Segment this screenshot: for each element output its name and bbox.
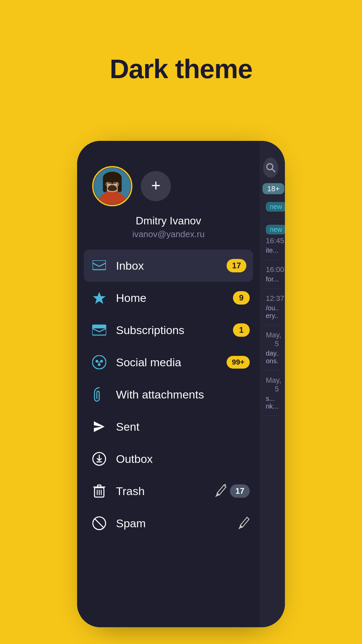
peek-content: 18+ new new 16:45 ite... 16:00 for... 12… bbox=[260, 184, 285, 416]
spam-sweep-icon bbox=[238, 516, 250, 531]
peek-item-1: new bbox=[262, 197, 282, 219]
inbox-label: Inbox bbox=[116, 259, 227, 272]
svg-line-27 bbox=[95, 519, 104, 528]
svg-rect-14 bbox=[92, 325, 106, 328]
phone-mockup: + Dmitry Ivanov ivanov@yandex.ru bbox=[77, 141, 285, 627]
peek-item-2: new 16:45 ite... bbox=[262, 219, 282, 260]
home-label: Home bbox=[116, 291, 233, 305]
new-badge-2: new bbox=[266, 225, 285, 234]
svg-line-29 bbox=[272, 169, 275, 172]
svg-point-17 bbox=[100, 360, 103, 363]
peek-text-6b: nk... bbox=[266, 402, 279, 410]
sidebar-item-outbox[interactable]: Outbox bbox=[77, 443, 260, 475]
peek-time-4: 12:37 bbox=[266, 294, 279, 303]
attachment-icon bbox=[90, 386, 108, 403]
svg-point-16 bbox=[96, 360, 98, 363]
subscriptions-badge: 1 bbox=[233, 323, 250, 337]
sidebar-item-inbox[interactable]: Inbox 17 bbox=[84, 250, 253, 282]
peek-time-5: May, 5 bbox=[266, 331, 279, 348]
nav-list: Inbox 17 Home 9 bbox=[77, 246, 260, 627]
sidebar-item-home[interactable]: Home 9 bbox=[77, 282, 260, 314]
sidebar-item-spam[interactable]: Spam bbox=[77, 507, 260, 539]
peek-time-2: 16:45 bbox=[266, 236, 279, 245]
avatar-wrapper[interactable] bbox=[94, 168, 131, 205]
svg-point-18 bbox=[98, 363, 101, 366]
sidebar-item-attachments[interactable]: With attachments bbox=[77, 378, 260, 411]
peek-item-3: 16:00 for... bbox=[262, 260, 282, 289]
add-account-button[interactable]: + bbox=[141, 171, 171, 201]
sidebar: + Dmitry Ivanov ivanov@yandex.ru bbox=[77, 141, 260, 627]
sidebar-item-sent[interactable]: Sent bbox=[77, 411, 260, 443]
social-badge: 99+ bbox=[227, 356, 250, 369]
peek-item-5: May, 5 day... ons... bbox=[262, 325, 282, 371]
svg-rect-11 bbox=[93, 260, 106, 270]
peek-text-5b: ons... bbox=[266, 357, 279, 365]
subscriptions-icon bbox=[90, 321, 108, 339]
spam-label: Spam bbox=[116, 517, 238, 530]
profile-info: Dmitry Ivanov ivanov@yandex.ru bbox=[77, 215, 260, 246]
new-badge-1: new bbox=[266, 202, 285, 212]
peek-text-2: ite... bbox=[266, 247, 279, 254]
outbox-label: Outbox bbox=[116, 452, 250, 466]
sidebar-item-subscriptions[interactable]: Subscriptions 1 bbox=[77, 314, 260, 346]
social-icon bbox=[90, 354, 108, 371]
inbox-badge: 17 bbox=[227, 259, 246, 272]
inbox-icon bbox=[90, 257, 108, 274]
peek-text-4b: ery... bbox=[266, 312, 279, 320]
sent-icon bbox=[90, 418, 108, 435]
svg-rect-22 bbox=[98, 485, 101, 487]
peek-item-4: 12:37 /ou... ery... bbox=[262, 289, 282, 325]
profile-email: ivanov@yandex.ru bbox=[84, 229, 253, 239]
peek-text-3: for... bbox=[266, 275, 279, 283]
peek-text-6: s... bbox=[266, 395, 279, 402]
spam-icon bbox=[90, 515, 108, 532]
search-area bbox=[260, 154, 285, 184]
avatar-ring bbox=[92, 166, 132, 206]
profile-section: + bbox=[77, 158, 260, 215]
star-icon bbox=[90, 289, 108, 307]
phone-frame: + Dmitry Ivanov ivanov@yandex.ru bbox=[77, 141, 285, 627]
attachments-label: With attachments bbox=[116, 388, 250, 401]
peek-text-5: day... bbox=[266, 350, 279, 357]
search-button[interactable] bbox=[263, 158, 278, 178]
sidebar-item-trash[interactable]: Trash 17 bbox=[77, 475, 260, 507]
peek-text-4: /ou... bbox=[266, 304, 279, 312]
age-badge: 18+ bbox=[262, 183, 284, 194]
subscriptions-label: Subscriptions bbox=[116, 324, 233, 337]
email-peek-panel: 18+ new new 16:45 ite... 16:00 for... 12… bbox=[260, 141, 285, 627]
sweep-icon bbox=[215, 484, 227, 498]
sidebar-item-social[interactable]: Social media 99+ bbox=[77, 346, 260, 378]
peek-time-3: 16:00 bbox=[266, 265, 279, 274]
page-title: Dark theme bbox=[0, 0, 362, 85]
plus-icon: + bbox=[151, 177, 161, 194]
sent-label: Sent bbox=[116, 420, 250, 433]
social-label: Social media bbox=[116, 356, 227, 369]
outbox-icon bbox=[90, 450, 108, 468]
peek-item-6: May, 5 s... nk... bbox=[262, 371, 282, 416]
peek-time-6: May, 5 bbox=[266, 376, 279, 393]
home-badge: 9 bbox=[233, 291, 250, 305]
profile-name: Dmitry Ivanov bbox=[84, 215, 253, 227]
trash-label: Trash bbox=[116, 485, 215, 498]
trash-badge: 17 bbox=[230, 484, 250, 498]
svg-marker-12 bbox=[93, 292, 106, 304]
trash-icon bbox=[90, 482, 108, 500]
